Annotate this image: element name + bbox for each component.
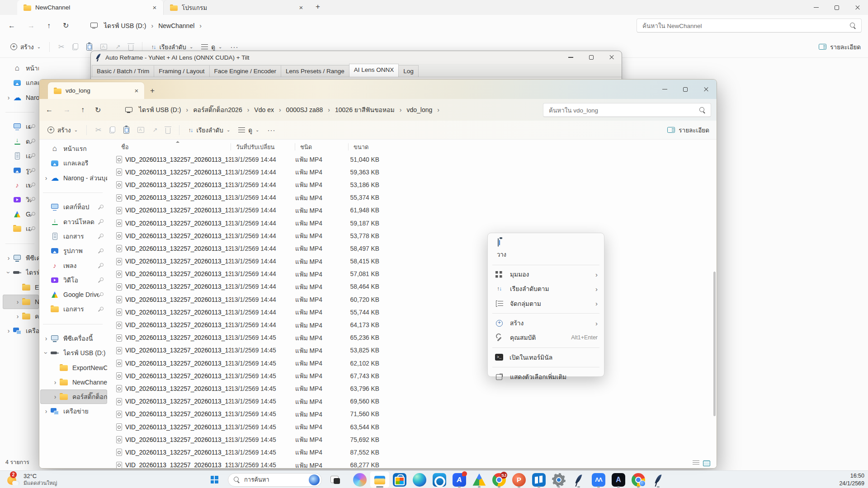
sidebar-item[interactable]: เครือข่าย xyxy=(40,404,107,418)
reframe-tab[interactable]: Face Engine / Encoder xyxy=(209,65,281,77)
this-pc-icon[interactable] xyxy=(125,107,132,113)
breadcrumb-item[interactable]: 10026 ยาสีฟันขอหอม xyxy=(335,105,406,115)
refresh-icon[interactable]: ↻ xyxy=(95,106,101,114)
cut-button[interactable]: ✂ xyxy=(54,39,68,55)
rename-button[interactable] xyxy=(133,122,148,138)
file-row[interactable]: VID_20260113_132257_20260113_132919_9...… xyxy=(108,370,717,382)
minimize-button[interactable] xyxy=(806,0,826,15)
close-button[interactable] xyxy=(847,0,868,15)
minimize-button[interactable] xyxy=(654,80,675,99)
paste-menu-button[interactable]: วาง xyxy=(488,239,604,259)
sidebar-item[interactable]: รูปภาพ xyxy=(3,163,39,178)
expand-chevron-icon[interactable] xyxy=(5,64,13,72)
sidebar-item[interactable]: คอร์สติ๊กต็อก2026 xyxy=(3,309,39,324)
context-menu-item[interactable]: สร้าง › xyxy=(488,316,604,330)
expand-chevron-icon[interactable] xyxy=(42,203,50,211)
reframe-tab[interactable]: Log xyxy=(398,65,419,77)
context-menu-item[interactable]: มุมมอง › xyxy=(488,267,604,282)
expand-chevron-icon[interactable] xyxy=(5,94,13,102)
expand-chevron-icon[interactable] xyxy=(42,145,50,153)
cut-button[interactable]: ✂ xyxy=(91,122,105,138)
blue-a-app-icon[interactable] xyxy=(449,471,469,488)
column-header-name[interactable]: ชื่อ xyxy=(116,143,231,150)
expand-chevron-icon[interactable] xyxy=(42,305,50,313)
expand-chevron-icon[interactable] xyxy=(5,181,13,189)
sidebar-item[interactable] xyxy=(3,236,39,251)
expand-chevron-icon[interactable] xyxy=(42,276,50,284)
context-menu-item[interactable]: คุณสมบัติ Alt1+Enter xyxy=(488,330,604,345)
file-row[interactable]: VID_20260113_132257_20260113_132919_9...… xyxy=(108,293,717,306)
expand-chevron-icon[interactable] xyxy=(42,174,50,182)
breadcrumb-item[interactable]: ไดรฟ์ USB (D:) xyxy=(139,105,193,115)
details-pane-button[interactable]: รายละเอียด xyxy=(819,42,868,52)
breadcrumb-item[interactable]: NewChannel xyxy=(158,22,207,29)
sidebar-item[interactable]: ExportNewChanel xyxy=(3,280,39,294)
view-button[interactable]: ดู ⌄ xyxy=(234,122,263,138)
close-tab-icon[interactable] xyxy=(132,87,141,95)
context-menu-item[interactable] xyxy=(488,365,604,370)
expand-chevron-icon[interactable] xyxy=(5,166,13,174)
file-row[interactable]: VID_20260113_132257_20260113_132919_9...… xyxy=(108,268,717,281)
sidebar-item[interactable]: ไดรฟ์ USB (D:) xyxy=(3,265,39,280)
sidebar-item[interactable]: วิดีโอ xyxy=(40,273,107,287)
file-row[interactable]: VID_20260113_132257_20260113_132919_9...… xyxy=(108,421,717,433)
expand-chevron-icon[interactable] xyxy=(5,196,13,204)
new-tab-button[interactable]: + xyxy=(310,0,326,15)
file-row[interactable]: VID_20260113_132257_20260113_132919_9...… xyxy=(108,344,717,357)
expand-chevron-icon[interactable] xyxy=(14,283,22,291)
weather-widget[interactable]: 2 32°C มีแดดส่วนใหญ่ xyxy=(4,471,60,488)
expand-chevron-icon[interactable] xyxy=(51,378,59,386)
feather-app-icon-2[interactable] xyxy=(648,471,668,488)
sidebar-item[interactable]: แกลเลอรี xyxy=(40,156,107,170)
edge-icon[interactable] xyxy=(410,471,429,488)
refresh-icon[interactable]: ↻ xyxy=(63,21,69,30)
file-row[interactable]: VID_20260113_132257_20260113_132919_9...… xyxy=(108,255,717,268)
explorer-tab[interactable]: โปรแกรม xyxy=(163,0,310,15)
file-row[interactable]: VID_20260113_132257_20260113_132919_9...… xyxy=(108,166,717,178)
file-explorer-icon[interactable] xyxy=(370,471,390,488)
breadcrumb-item[interactable]: Vdo ex xyxy=(254,106,286,113)
file-row[interactable]: VID_20260113_132257_20260113_132919_9...… xyxy=(108,332,717,344)
expand-chevron-icon[interactable] xyxy=(51,364,59,372)
context-menu-item[interactable]: จัดกลุ่มตาม › xyxy=(488,296,604,311)
breadcrumb-item[interactable]: คอร์สติ๊กต็อก2026 xyxy=(193,105,254,115)
context-menu-item[interactable] xyxy=(488,345,604,350)
file-row[interactable]: VID_20260113_132257_20260113_132919_9...… xyxy=(108,281,717,293)
sidebar-item[interactable]: เดสก์ท็อป xyxy=(40,200,107,214)
file-row[interactable]: VID_20260113_132257_20260113_132919_9...… xyxy=(108,446,717,459)
expand-chevron-icon[interactable] xyxy=(5,254,13,262)
expand-chevron-icon[interactable] xyxy=(42,218,50,226)
expand-chevron-icon[interactable] xyxy=(42,291,50,299)
back-icon[interactable]: ← xyxy=(8,22,15,30)
outlook-icon[interactable] xyxy=(429,471,449,488)
breadcrumb-item[interactable]: ไดรฟ์ USB (D:) xyxy=(104,21,158,31)
expand-chevron-icon[interactable] xyxy=(5,152,13,160)
delta-app-icon[interactable] xyxy=(589,471,609,488)
sidebar-item[interactable]: เพลง xyxy=(3,178,39,192)
column-header-size[interactable]: ขนาด xyxy=(349,143,380,150)
expand-chevron-icon[interactable] xyxy=(42,262,50,270)
file-row[interactable]: VID_20260113_132257_20260113_132919_9...… xyxy=(108,357,717,370)
sidebar-item[interactable]: วิดีโอ xyxy=(3,192,39,207)
expand-chevron-icon[interactable] xyxy=(5,210,13,218)
expand-chevron-icon[interactable] xyxy=(42,349,50,357)
copy-button[interactable] xyxy=(68,39,82,55)
column-header-type[interactable]: ชนิด xyxy=(295,143,349,150)
sidebar-item[interactable] xyxy=(40,185,107,200)
sidebar-item[interactable]: ไดรฟ์ USB (D:) xyxy=(40,346,107,360)
file-row[interactable]: VID_20260113_132257_20260113_132919_9...… xyxy=(108,204,717,217)
context-menu-item[interactable] xyxy=(488,311,604,316)
file-row[interactable]: VID_20260113_132257_20260113_132919_9...… xyxy=(108,382,717,395)
paste-button[interactable] xyxy=(119,122,133,138)
google-drive-icon[interactable] xyxy=(469,471,489,488)
chrome-profile-icon[interactable]: SJ xyxy=(489,471,509,488)
sidebar-item[interactable]: เอกสาร xyxy=(40,302,107,316)
search-input[interactable]: ค้นหาใน NewChannel xyxy=(637,19,862,33)
expand-chevron-icon[interactable] xyxy=(14,312,22,320)
start-button[interactable] xyxy=(204,471,224,488)
explorer-tab[interactable]: NewChannel xyxy=(17,0,163,15)
feather-app-icon[interactable] xyxy=(569,471,589,488)
reframe-tab[interactable]: Lens Presets / Range xyxy=(281,65,349,77)
close-button[interactable] xyxy=(601,51,622,64)
chrome-globe-icon[interactable] xyxy=(628,471,648,488)
